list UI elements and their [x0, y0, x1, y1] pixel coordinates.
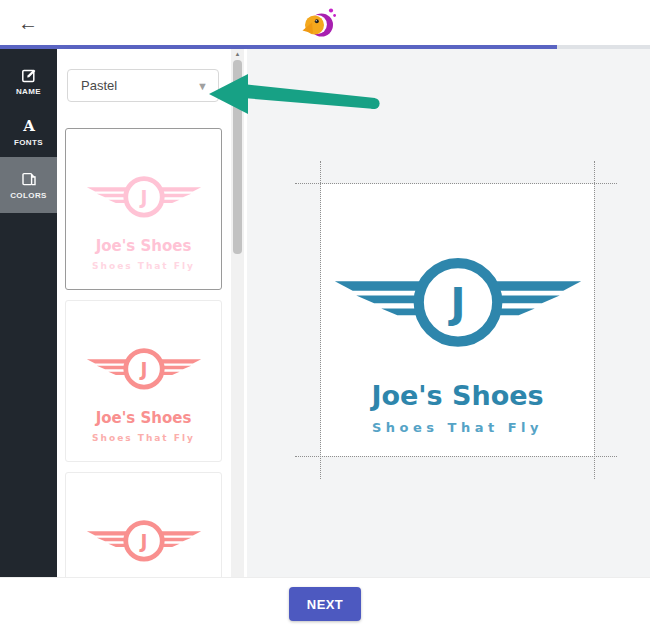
palette-panel: Pastel ▼ Joe's Shoes Shoes That Fly Joe'… — [57, 49, 247, 577]
crop-guide-bottom — [295, 456, 617, 457]
winged-emblem-icon — [333, 251, 583, 367]
scrollbar-up-icon[interactable]: ▲ — [231, 49, 244, 59]
scrollbar-thumb[interactable] — [233, 60, 242, 254]
variant-logo-title: Joe's Shoes — [96, 409, 192, 427]
canvas-logo-tagline: Shoes That Fly — [372, 420, 543, 435]
crop-guide-right — [594, 161, 595, 479]
chevron-down-icon: ▼ — [197, 80, 208, 92]
palette-icon — [20, 170, 38, 188]
winged-emblem-icon — [86, 517, 202, 571]
variant-list-scrollbar[interactable]: ▲ — [231, 49, 244, 577]
logo-variant-card[interactable]: Joe's Shoes Shoes That Fly — [65, 472, 222, 577]
variant-logo-title: Joe's Shoes — [96, 237, 192, 255]
winged-emblem-icon — [86, 173, 202, 227]
next-button[interactable]: NEXT — [289, 587, 361, 621]
sidebar-item-colors[interactable]: COLORS — [0, 157, 57, 213]
sidebar-item-label: FONTS — [14, 138, 43, 147]
brand-parrot-icon — [301, 5, 337, 41]
winged-emblem-icon — [86, 345, 202, 399]
canvas-logo-title: Joe's Shoes — [371, 380, 543, 411]
logo-variant-card[interactable]: Joe's Shoes Shoes That Fly — [65, 300, 222, 462]
bottom-bar: NEXT — [0, 577, 650, 631]
fonts-icon: A — [20, 117, 38, 135]
sidebar-item-label: NAME — [16, 87, 41, 96]
canvas-logo[interactable]: Joe's Shoes Shoes That Fly — [321, 184, 594, 456]
palette-dropdown[interactable]: Pastel ▼ — [67, 69, 219, 102]
variant-logo-tagline: Shoes That Fly — [92, 433, 195, 443]
sidebar: NAME A FONTS COLORS — [0, 49, 57, 577]
palette-dropdown-value: Pastel — [81, 78, 197, 93]
svg-text:A: A — [22, 117, 35, 135]
variant-list: Joe's Shoes Shoes That Fly Joe's Shoes S… — [65, 128, 222, 577]
top-bar: ← — [0, 0, 650, 45]
edit-icon — [20, 66, 38, 84]
logo-variant-card[interactable]: Joe's Shoes Shoes That Fly — [65, 128, 222, 290]
sidebar-item-label: COLORS — [10, 191, 47, 200]
sidebar-item-fonts[interactable]: A FONTS — [0, 106, 57, 157]
back-button[interactable]: ← — [14, 9, 42, 37]
sidebar-item-name[interactable]: NAME — [0, 55, 57, 106]
variant-logo-tagline: Shoes That Fly — [92, 261, 195, 271]
